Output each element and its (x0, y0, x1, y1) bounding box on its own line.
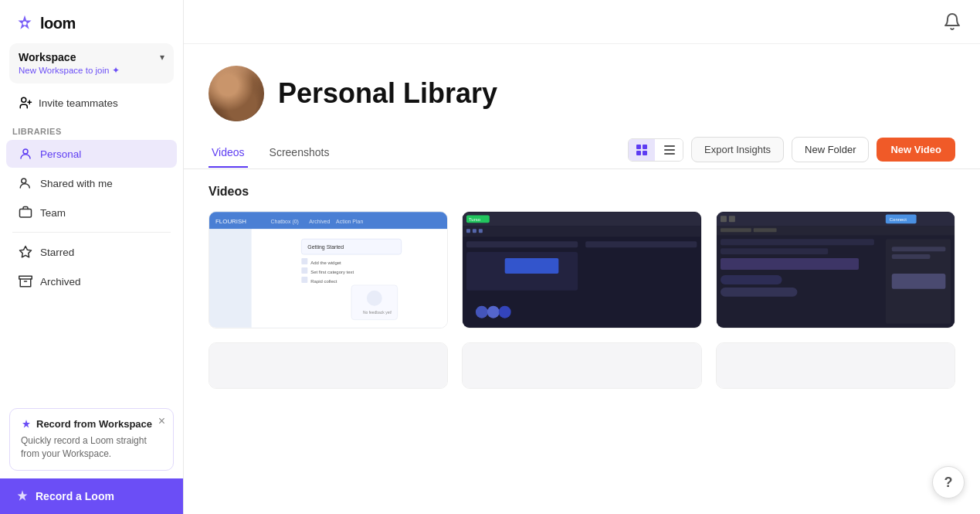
svg-rect-14 (664, 145, 675, 147)
svg-text:Turso: Turso (469, 217, 481, 222)
svg-text:FLOURISH: FLOURISH (215, 218, 246, 225)
logo-text: loom (40, 15, 76, 32)
video-thumbnail (717, 343, 955, 388)
list-icon (663, 144, 676, 156)
svg-rect-61 (721, 248, 828, 254)
loom-logo-icon (15, 14, 34, 32)
svg-point-34 (367, 291, 382, 306)
tab-screenshots[interactable]: Screenshots (266, 138, 333, 168)
svg-rect-57 (717, 226, 955, 235)
video-card[interactable]: FLOURISH Chatbox (0) Archived Action Pla… (209, 211, 448, 328)
chevron-down-icon: ▾ (160, 52, 164, 63)
svg-rect-42 (473, 229, 476, 233)
svg-rect-13 (643, 151, 647, 155)
shared-icon (19, 176, 32, 190)
record-loom-icon (15, 489, 29, 503)
svg-point-4 (23, 149, 28, 154)
svg-text:Chatbox (0): Chatbox (0) (271, 219, 299, 225)
workspace-join-text[interactable]: New Workspace to join ✦ (19, 65, 164, 76)
new-folder-button[interactable]: New Folder (792, 137, 869, 162)
video-card[interactable]: Connect (716, 211, 955, 328)
sidebar-item-archived[interactable]: Archived (6, 267, 177, 295)
video-card[interactable] (462, 342, 701, 389)
svg-rect-66 (891, 247, 945, 251)
grid-view-button[interactable] (629, 139, 655, 161)
svg-rect-41 (466, 229, 470, 233)
svg-point-48 (476, 306, 488, 318)
record-workspace-card: × Record from Workspace Quickly record a… (9, 408, 174, 471)
sidebar: loom Workspace ▾ New Workspace to join ✦… (0, 0, 184, 514)
team-label: Team (40, 207, 66, 219)
svg-rect-16 (664, 153, 675, 155)
libraries-section-label: Libraries (0, 119, 183, 139)
svg-rect-29 (301, 267, 307, 274)
page-header: Personal Library (184, 44, 980, 137)
workspace-section[interactable]: Workspace ▾ New Workspace to join ✦ (9, 43, 174, 83)
video-thumbnail: Connect (717, 212, 955, 328)
svg-point-1 (22, 97, 26, 102)
star-icon (19, 245, 32, 259)
video-thumbnail (463, 343, 700, 388)
thumbnail-content: Turso (463, 212, 700, 328)
svg-rect-64 (721, 288, 797, 297)
help-button[interactable]: ? (932, 466, 965, 499)
svg-rect-52 (717, 212, 955, 226)
videos-section-title: Videos (209, 185, 955, 199)
svg-rect-45 (585, 241, 697, 247)
svg-rect-44 (466, 241, 578, 247)
export-insights-button[interactable]: Export Insights (691, 137, 784, 162)
team-icon (19, 206, 32, 220)
svg-rect-62 (721, 258, 859, 270)
sidebar-item-team[interactable]: Team (6, 199, 177, 226)
svg-text:Connect: Connect (889, 217, 907, 222)
list-view-button[interactable] (656, 139, 683, 161)
svg-point-49 (487, 306, 500, 318)
svg-rect-63 (721, 275, 782, 284)
personal-label: Personal (40, 148, 81, 160)
svg-rect-54 (729, 216, 735, 222)
svg-rect-8 (19, 276, 32, 279)
tab-videos[interactable]: Videos (209, 138, 248, 168)
svg-rect-58 (721, 228, 751, 232)
svg-text:Add the widget: Add the widget (310, 260, 341, 265)
video-card[interactable] (209, 342, 448, 389)
person-icon (19, 147, 32, 161)
video-thumbnail (209, 343, 447, 388)
workspace-row: Workspace ▾ (19, 51, 164, 63)
svg-marker-7 (20, 247, 32, 257)
sidebar-item-starred[interactable]: Starred (6, 238, 177, 266)
sidebar-item-personal[interactable]: Personal (6, 140, 177, 168)
svg-rect-59 (753, 228, 776, 232)
thumbnail-overlay: FLOURISH Chatbox (0) Archived Action Pla… (209, 212, 447, 328)
svg-rect-10 (636, 145, 641, 149)
invite-icon (19, 96, 32, 110)
svg-rect-11 (643, 145, 647, 149)
svg-text:Set first category text: Set first category text (310, 270, 354, 274)
video-card[interactable] (716, 342, 955, 389)
svg-rect-40 (463, 226, 700, 237)
svg-rect-23 (209, 229, 252, 327)
new-video-button[interactable]: New Video (877, 138, 955, 162)
svg-rect-47 (505, 258, 559, 274)
avatar-image (209, 66, 264, 121)
view-toggle (628, 138, 683, 162)
invite-teammates-button[interactable]: Invite teammates (6, 90, 177, 116)
svg-rect-12 (636, 151, 641, 155)
svg-text:No feedback yet!: No feedback yet! (363, 311, 392, 315)
close-icon[interactable]: × (158, 415, 165, 427)
tab-actions: Export Insights New Folder New Video (628, 137, 955, 168)
avatar (209, 66, 264, 121)
starred-label: Starred (40, 247, 74, 258)
svg-point-5 (22, 179, 26, 183)
video-card[interactable]: Turso (462, 211, 701, 328)
thumbnail-content: Connect (717, 212, 955, 328)
sidebar-item-shared[interactable]: Shared with me (6, 169, 177, 197)
svg-rect-60 (721, 239, 874, 245)
svg-rect-68 (891, 274, 945, 289)
nav-divider (12, 232, 171, 233)
notifications-bell-icon[interactable] (943, 12, 961, 31)
archived-label: Archived (40, 276, 81, 288)
logo-area: loom (0, 0, 183, 43)
invite-label: Invite teammates (39, 97, 118, 109)
record-loom-button[interactable]: Record a Loom (0, 478, 183, 514)
